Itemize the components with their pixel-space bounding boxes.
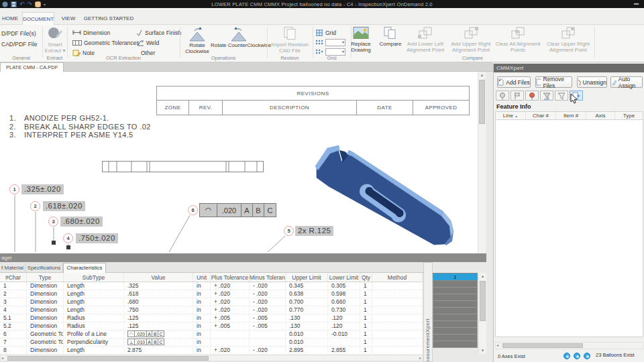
dimension-text-2[interactable]: .618±.020 — [43, 201, 85, 211]
dimension-text-4[interactable]: .750±.020 — [76, 233, 118, 243]
table-row[interactable]: 7Geometric To...Perpendicularity⊥.010ABC… — [0, 339, 423, 347]
table-row[interactable]: 4DimensionLength.750in+ .020- .0200.7700… — [0, 306, 423, 314]
balloon-4[interactable]: 4 — [63, 233, 73, 243]
panel-horizontal-scrollbar[interactable]: ◂ — [495, 342, 643, 349]
scroll-up-arrow[interactable]: ▲ — [478, 72, 486, 78]
scrollbar-thumb[interactable] — [502, 343, 583, 348]
balloon-filter-button[interactable] — [496, 90, 509, 101]
filter-button[interactable] — [555, 90, 568, 101]
grid-toggle[interactable]: Grid — [315, 28, 336, 37]
table-horizontal-scrollbar[interactable]: ◂ ▸ — [0, 355, 423, 361]
balloon-highlight-button[interactable] — [525, 90, 539, 101]
rotate-counterclockwise-button[interactable]: Rotate CounterClockwise — [211, 26, 267, 48]
table-row[interactable]: 1DimensionLength.325in+ .020- .0200.3450… — [0, 282, 423, 290]
tab-document[interactable]: DOCUMENT — [22, 12, 54, 25]
grid-row[interactable] — [433, 328, 478, 335]
column-header-item[interactable]: Item # — [556, 112, 586, 119]
balloon-status-icon[interactable] — [584, 353, 590, 359]
auto-assign-button[interactable]: Auto Assign — [610, 76, 643, 88]
grid-row[interactable] — [433, 294, 478, 301]
feature-control-frame[interactable]: ◠ .020 A B C — [199, 203, 276, 217]
column-header[interactable]: Method — [372, 273, 423, 282]
add-lower-left-alignment-button[interactable]: Add Lower Left Alignment Point — [403, 26, 447, 54]
scrollbar-thumb[interactable] — [480, 281, 486, 321]
column-header[interactable]: Minus Tolerance — [250, 273, 286, 282]
balloon-3[interactable]: 3 — [48, 217, 58, 227]
balloon-status-icon[interactable] — [564, 353, 570, 359]
clear-all-alignment-button[interactable]: Clear All Alignment Points — [494, 26, 541, 54]
column-header-axis[interactable]: Axis — [586, 112, 615, 119]
remove-files-button[interactable]: Remove Files — [535, 76, 572, 88]
tab-home[interactable]: HOME — [0, 12, 20, 25]
column-header[interactable]: Qty — [360, 273, 372, 282]
balloon-2[interactable]: 2 — [30, 201, 40, 211]
tab-getting-started[interactable]: GETTING STARTED — [82, 12, 136, 25]
balloon-status-icon[interactable] — [574, 353, 580, 359]
grid-rows-control[interactable] — [315, 38, 345, 47]
table-row[interactable]: 3DimensionLength.680in+ .020- .0200.7000… — [0, 298, 423, 306]
column-header[interactable]: Value — [124, 273, 193, 282]
column-header[interactable]: Type — [27, 273, 64, 282]
balloon-1[interactable]: 1 — [9, 184, 19, 194]
unassign-button[interactable]: Unassign — [577, 76, 607, 88]
dimension-text-3[interactable]: .680±.020 — [60, 217, 103, 227]
geometric-tolerances-button[interactable]: Geometric Tolerances — [72, 38, 140, 47]
grid-row[interactable] — [433, 301, 478, 308]
grid-row[interactable] — [433, 288, 478, 294]
grid-row[interactable] — [433, 281, 478, 288]
document-tab[interactable]: PLATE CMM - CA.PDF — [0, 62, 64, 72]
replace-drawing-button[interactable]: Replace Drawing — [345, 26, 376, 54]
tab-specifications[interactable]: Specifications — [25, 263, 63, 273]
tab-view[interactable]: VIEW — [58, 12, 79, 25]
grid-row[interactable] — [433, 335, 478, 341]
minimize-button[interactable]: ▬ — [634, 1, 639, 5]
scroll-left-arrow[interactable]: ◂ — [1, 355, 3, 361]
grid-selected-header[interactable]: 1 — [433, 273, 478, 281]
scroll-left-arrow[interactable]: ◂ — [496, 343, 498, 349]
column-header[interactable]: Unit — [193, 273, 211, 282]
table-row[interactable]: 6Geometric To...Profile of a Line◠.020AB… — [0, 330, 423, 339]
scrollbar-thumb[interactable] — [479, 80, 485, 124]
measurementxpert-tab[interactable]: MeasurementXpert — [423, 262, 433, 362]
replace-cad-pdf-button[interactable]: CAD/PDF File — [1, 40, 37, 48]
balloon-5[interactable]: 5 — [284, 226, 294, 236]
add-upper-right-alignment-button[interactable]: Add Upper Right Alignment Point — [449, 26, 493, 54]
column-header[interactable]: Lower Limit — [328, 273, 360, 282]
column-header-line[interactable]: Line ▲ — [496, 112, 526, 119]
grid-row[interactable] — [433, 321, 478, 328]
add-files-button[interactable]: Add Files — [497, 76, 531, 88]
weld-button[interactable]: Weld — [136, 38, 159, 47]
dimension-text-1[interactable]: .325±.020 — [21, 184, 64, 194]
table-row[interactable]: 5.2DimensionRadius.125in+ .005- .005.130… — [0, 322, 423, 330]
rotate-clockwise-button[interactable]: Rotate Clockwise — [182, 26, 212, 55]
dimension-button[interactable]: Dimension — [72, 28, 110, 37]
column-header[interactable]: #Char — [0, 273, 27, 282]
scroll-up-arrow[interactable]: ▲ — [479, 273, 486, 280]
grid-vertical-scrollbar[interactable]: ▲ ▼ — [478, 273, 486, 354]
scrollbar-thumb[interactable] — [7, 356, 209, 361]
grid-row[interactable] — [433, 314, 478, 321]
balloon-6[interactable]: 6 — [188, 205, 198, 215]
add-cad-pdf-button[interactable]: D/PDF File(s) — [1, 29, 36, 38]
column-header-type[interactable]: Type — [615, 112, 643, 119]
import-revision-cad-button[interactable]: Import Revision CAD File — [270, 26, 310, 54]
column-header[interactable]: Plus Tolerance — [211, 273, 250, 282]
grid-rows-select[interactable] — [325, 39, 345, 46]
grid-row[interactable] — [433, 341, 478, 348]
column-header[interactable]: SubType — [64, 273, 124, 282]
compare-button[interactable]: Compare — [376, 26, 405, 47]
scroll-down-arrow[interactable]: ▼ — [479, 347, 486, 354]
dimension-text-5[interactable]: 2x R.125 — [295, 226, 333, 236]
clear-upper-right-alignment-button[interactable]: Clear Upper Right Alignment Point — [543, 26, 594, 54]
scroll-right-arrow[interactable]: ▸ — [419, 355, 421, 361]
table-row[interactable]: 8DimensionLength2.875in+ .020- .0202.895… — [0, 347, 423, 355]
feature-info-list[interactable] — [495, 120, 643, 337]
column-header[interactable]: Upper Limit — [286, 273, 328, 282]
column-header-char[interactable]: Char # — [526, 112, 556, 119]
table-row[interactable]: 2DimensionLength.618in+ .020- .0200.6380… — [0, 290, 423, 298]
surface-finish-button[interactable]: Surface Finish — [136, 28, 181, 37]
flag-filter-button[interactable] — [511, 90, 524, 101]
tab-characteristics[interactable]: Characteristics — [63, 263, 106, 274]
drawing-vertical-scrollbar[interactable]: ▲ — [478, 72, 486, 253]
table-row[interactable]: 5.1DimensionRadius.125in+ .005- .005.130… — [0, 314, 423, 322]
